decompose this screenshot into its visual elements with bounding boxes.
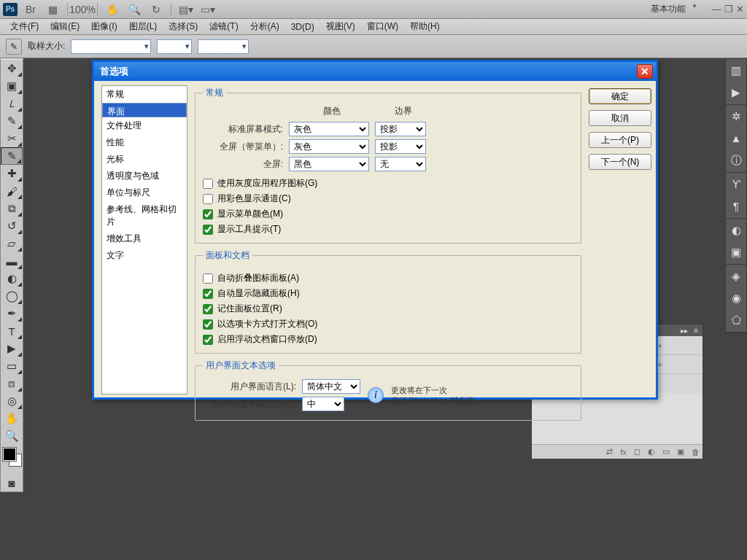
cat-transparency[interactable]: 透明度与色域 (102, 168, 187, 184)
fx-icon[interactable]: fx (620, 448, 627, 456)
link-layers-icon[interactable]: ⇄ (606, 447, 613, 456)
screen-mode-icon[interactable]: ▭▾ (199, 1, 217, 18)
blur-tool-icon[interactable]: ◐ (1, 270, 23, 287)
sample-size-select[interactable] (71, 39, 151, 54)
actions-panel-icon[interactable]: ▶ (729, 85, 743, 100)
trash-icon[interactable]: 🗑 (692, 448, 700, 456)
cat-type[interactable]: 文字 (102, 247, 187, 264)
paths-icon[interactable]: ⬠ (729, 313, 743, 327)
menu-filter[interactable]: 滤镜(T) (204, 19, 244, 34)
masks-icon[interactable]: ▣ (729, 245, 743, 260)
3d-camera-tool-icon[interactable]: ◎ (1, 392, 23, 410)
marquee-tool-icon[interactable]: ▣ (1, 77, 23, 95)
navigator-icon[interactable]: ✲ (729, 109, 743, 124)
select-fs-color[interactable]: 黑色 (289, 157, 369, 171)
type-tool-icon[interactable]: T (1, 322, 23, 340)
tool-preset-icon[interactable]: ✎ (6, 39, 22, 55)
menu-layer[interactable]: 图层(L) (123, 19, 163, 34)
menu-help[interactable]: 帮助(H) (404, 19, 446, 34)
close-window-icon[interactable]: ✕ (736, 4, 744, 15)
move-tool-icon[interactable]: ✥ (1, 60, 23, 77)
3d-tool-icon[interactable]: ⧈ (1, 375, 23, 392)
minimize-icon[interactable]: — (712, 4, 721, 15)
brush-tool-icon[interactable]: 🖌 (1, 182, 23, 200)
category-list[interactable]: 常规 界面 文件处理 性能 光标 透明度与色域 单位与标尺 参考线、网格和切片 … (101, 85, 187, 394)
close-icon[interactable]: ✕ (637, 64, 653, 79)
new-layer-icon[interactable]: ▣ (677, 447, 684, 456)
history-panel-icon[interactable]: ▥ (729, 63, 743, 78)
menu-image[interactable]: 图像(I) (85, 19, 123, 34)
cancel-button[interactable]: 取消 (589, 110, 651, 126)
histogram-icon[interactable]: ▲ (729, 131, 743, 146)
select-standard-border[interactable]: 投影 (375, 122, 426, 136)
adjustments-icon[interactable]: ◐ (729, 223, 743, 238)
check-open-tabs[interactable]: 以选项卡方式打开文档(O) (203, 318, 573, 330)
menu-analysis[interactable]: 分析(A) (244, 19, 285, 34)
check-menu-colors[interactable]: 显示菜单颜色(M) (203, 208, 573, 220)
check-auto-collapse[interactable]: 自动折叠图标面板(A) (203, 272, 573, 284)
foreground-color-swatch[interactable] (3, 448, 16, 461)
menu-file[interactable]: 文件(F) (4, 19, 44, 34)
prev-button[interactable]: 上一个(P) (589, 132, 651, 148)
opacity-flyout-icon[interactable]: ▸ (659, 341, 663, 350)
shape-tool-icon[interactable]: ▭ (1, 357, 23, 375)
select-standard-color[interactable]: 灰色 (289, 122, 369, 136)
sample-mode-select[interactable] (157, 39, 192, 54)
cat-file-handling[interactable]: 文件处理 (102, 117, 187, 134)
quick-select-tool-icon[interactable]: ✎ (1, 112, 23, 130)
hand-icon[interactable]: ✋ (104, 1, 121, 18)
check-tooltips[interactable]: 显示工具提示(T) (203, 223, 573, 236)
character-icon[interactable]: Ƴ (729, 177, 743, 192)
select-fs-border[interactable]: 无 (375, 157, 426, 171)
cat-guides[interactable]: 参考线、网格和切片 (102, 201, 187, 230)
panel-menu-icon[interactable]: ≡ (694, 327, 698, 335)
zoom-tool-icon[interactable]: 🔍 (1, 427, 23, 445)
adjustment-layer-icon[interactable]: ◐ (648, 447, 655, 456)
eyedropper-tool-icon[interactable]: ✎ (1, 147, 23, 165)
history-brush-tool-icon[interactable]: ↺ (1, 217, 23, 235)
rotate-view-icon[interactable]: ↻ (147, 1, 165, 18)
mask-icon[interactable]: ◻ (634, 447, 640, 456)
check-gray-icon[interactable]: 使用灰度应用程序图标(G) (203, 177, 573, 190)
select-ui-lang[interactable]: 简体中文 (302, 379, 360, 394)
select-ui-font[interactable]: 中 (302, 397, 344, 411)
crop-tool-icon[interactable]: ✂ (1, 130, 23, 147)
info-icon[interactable]: ⓘ (729, 153, 743, 168)
cat-performance[interactable]: 性能 (102, 134, 187, 151)
cat-plugins[interactable]: 增效工具 (102, 230, 187, 247)
zoom-level[interactable]: 100% (74, 1, 91, 18)
panel-collapse-icon[interactable]: ▸▸ (681, 327, 688, 335)
cat-general[interactable]: 常规 (102, 86, 187, 103)
select-fsmenu-color[interactable]: 灰色 (289, 139, 369, 154)
menu-window[interactable]: 窗口(W) (361, 19, 404, 34)
sample-layers-select[interactable] (198, 39, 249, 54)
hand-tool-icon[interactable]: ✋ (1, 410, 23, 427)
arrange-documents-icon[interactable]: ▤▾ (177, 1, 195, 18)
healing-tool-icon[interactable]: ✚ (1, 165, 23, 182)
color-swatches[interactable] (1, 445, 23, 474)
zoom-icon[interactable]: 🔍 (125, 1, 143, 18)
dodge-tool-icon[interactable]: ◯ (1, 287, 23, 305)
path-select-tool-icon[interactable]: ▶ (1, 340, 23, 357)
stamp-tool-icon[interactable]: ⧉ (1, 200, 23, 217)
select-fsmenu-border[interactable]: 投影 (375, 139, 426, 154)
group-icon[interactable]: ▭ (662, 447, 670, 456)
fill-flyout-icon[interactable]: ▸ (659, 359, 663, 369)
ok-button[interactable]: 确定 (589, 88, 651, 104)
check-remember-loc[interactable]: 记住面板位置(R) (203, 303, 573, 315)
quick-mask-icon[interactable]: ◙ (1, 474, 23, 491)
check-auto-show[interactable]: 自动显示隐藏面板(H) (203, 287, 573, 300)
menu-select[interactable]: 选择(S) (163, 19, 204, 34)
gradient-tool-icon[interactable]: ▬ (1, 252, 23, 270)
dialog-titlebar[interactable]: 首选项 ✕ (94, 62, 656, 81)
check-color-channels[interactable]: 用彩色显示通道(C) (203, 192, 573, 205)
bridge-icon[interactable]: Br (22, 1, 39, 18)
eraser-tool-icon[interactable]: ▱ (1, 235, 23, 252)
channels-icon[interactable]: ◉ (729, 291, 743, 306)
paragraph-icon[interactable]: ¶ (729, 199, 743, 214)
menu-3d[interactable]: 3D(D) (285, 20, 320, 34)
mini-bridge-icon[interactable]: ▦ (44, 1, 61, 18)
next-button[interactable]: 下一个(N) (589, 154, 651, 170)
pen-tool-icon[interactable]: ✒ (1, 305, 23, 322)
lasso-tool-icon[interactable]: 𝘓 (1, 95, 23, 112)
